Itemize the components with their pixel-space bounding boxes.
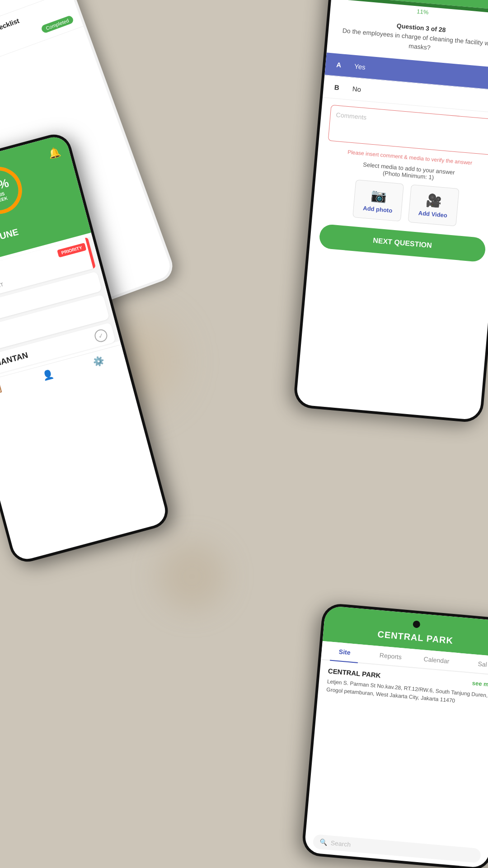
camera-icon: 📷 — [364, 187, 394, 205]
phone-site-detail: CENTRAL PARK Site Reports Calendar Sal s… — [301, 603, 488, 868]
nav-settings[interactable]: ⚙️ — [92, 354, 106, 369]
option-a-letter: A — [336, 61, 346, 69]
phone-site-detail-screen: CENTRAL PARK Site Reports Calendar Sal s… — [304, 605, 488, 868]
search-icon: 🔍 — [319, 838, 327, 846]
search-placeholder: Search — [330, 839, 351, 848]
option-a-text: Yes — [354, 62, 366, 71]
comment-area[interactable]: Comments — [328, 105, 488, 156]
add-video-label: Add Video — [418, 209, 447, 219]
option-b-text: No — [352, 85, 361, 94]
tab-calendar[interactable]: Calendar — [413, 649, 460, 671]
tab-sal[interactable]: Sal — [459, 653, 488, 675]
notch — [413, 620, 420, 628]
settings-icon: ⚙️ — [92, 354, 105, 368]
add-video-button[interactable]: 🎥 Add Video — [408, 184, 459, 226]
phone-question-screen: ‹ CENTRAL PARK 11% Question 3 of 28 Do t… — [296, 0, 488, 420]
media-buttons: 📷 Add photo 🎥 Add Video — [321, 177, 488, 229]
nav-profile[interactable]: 👤 — [41, 368, 55, 382]
tab-site[interactable]: Site — [321, 641, 368, 663]
comment-placeholder: Comments — [336, 111, 488, 132]
nav-reports[interactable]: 📋 — [0, 382, 4, 396]
task-card-2[interactable]: Restoran - Cleanliness Checklist Questio… — [0, 0, 84, 85]
video-icon: 🎥 — [419, 192, 449, 209]
progress-ring: 90% THIS WEEK — [0, 160, 29, 221]
site-detail-body: see map CENTRAL PARK Letjen S. Parman St… — [306, 660, 488, 845]
profile-icon: 👤 — [41, 368, 55, 382]
add-photo-label: Add photo — [363, 205, 393, 214]
reports-icon: 📋 — [0, 382, 4, 395]
option-b-letter: B — [334, 83, 343, 92]
add-photo-button[interactable]: 📷 Add photo — [353, 179, 404, 222]
next-question-button[interactable]: NEXT QUESTION — [319, 224, 486, 263]
answer-options: A Yes B No — [323, 52, 488, 113]
tab-reports[interactable]: Reports — [367, 645, 414, 667]
